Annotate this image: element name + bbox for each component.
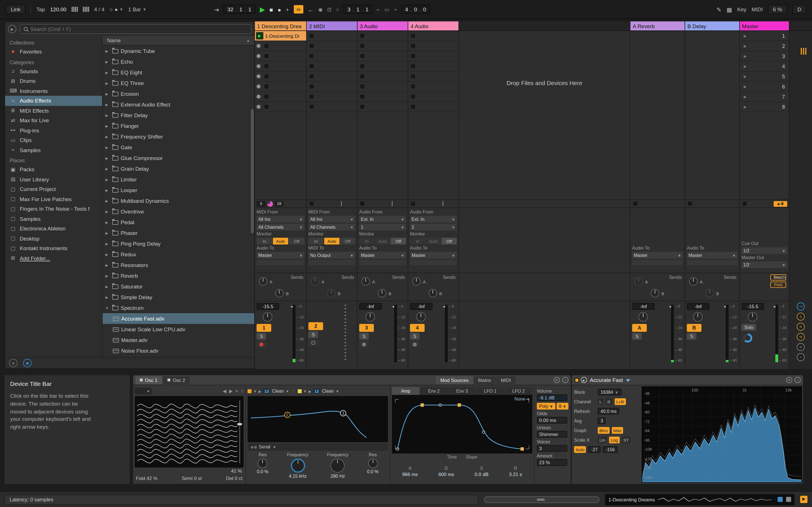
stop-icon[interactable] [360,202,364,206]
browser-list-item[interactable]: Flanger [103,121,254,131]
sidebar-item[interactable]: ⇄ Max for Live [5,115,102,125]
expand-caret-icon[interactable] [105,231,110,235]
session-record-button[interactable]: ∞ [294,5,303,13]
drop-zone[interactable]: Drop Files and Devices Here [459,21,630,369]
slot-stop-icon[interactable] [310,105,313,109]
bins-toggle[interactable]: Bins [598,427,609,434]
filter-2-type-select[interactable]: Clean [322,388,334,393]
expand-caret-icon[interactable] [105,210,110,214]
env-tab[interactable]: LFO 2 [505,387,532,395]
clip-slot[interactable]: ▶ [307,31,357,41]
sidebar-item[interactable]: ▢ Samples [5,214,102,224]
arm-button[interactable] [257,341,266,348]
scene-slot[interactable]: ▶ 6 [740,82,789,92]
input-type-select[interactable]: All Ins▼ [308,216,355,223]
expand-caret-icon[interactable] [105,284,110,288]
clip-slot[interactable]: ▶ [357,71,408,82]
browser-list-item[interactable]: Ping Pong Delay [103,238,254,249]
expand-caret-icon[interactable] [105,274,110,278]
sidebar-item[interactable]: ▣ Packs [5,165,102,174]
clip-slot[interactable]: ▶ [357,82,408,92]
solo-cue-button[interactable]: Solo [742,324,756,331]
clip-slot[interactable]: ▶ [408,71,458,82]
browser-list-item[interactable]: Master.adv [103,335,254,345]
pan-knob[interactable] [263,312,272,322]
slot-stop-icon[interactable] [411,84,415,89]
send-b-knob[interactable] [378,289,386,297]
monitor-switch[interactable]: InAutoOff [257,238,305,244]
clip-slot[interactable]: ▶ [307,82,357,92]
slot-stop-icon[interactable] [264,84,268,89]
save-preset-icon[interactable]: ▪ [795,377,801,383]
device-power-toggle[interactable] [574,377,580,383]
track-activator[interactable]: 4 [410,324,424,332]
zoom-scroll-control[interactable] [484,496,599,503]
sidebar-item[interactable]: ▢ Kontakt Instruments [5,243,102,253]
sidebar-item[interactable]: ▢ Desktop [5,233,102,243]
sidebar-item[interactable]: ▭ Clips [5,135,102,145]
send-b-knob[interactable] [428,289,437,297]
mixer-view-toggle[interactable]: I-O [797,302,805,311]
expand-caret-icon[interactable] [105,306,110,309]
arrangement-position-display[interactable]: 32.1.1 [223,4,255,14]
mixer-view-toggle[interactable]: × [797,353,805,361]
scene-slot[interactable]: ▶ 1 [740,31,789,41]
pan-knob[interactable] [365,312,375,322]
browser-list-item[interactable]: Resonators [103,260,254,270]
sidebar-item[interactable]: ⊷ Plug-ins [5,125,102,135]
link-button[interactable]: Link [6,4,26,14]
expand-caret-icon[interactable] [105,60,110,64]
send-b-knob[interactable] [327,289,336,297]
hot-swap-icon[interactable]: ⟳ [786,377,792,383]
re-enable-automation-button[interactable]: ⊡ [327,6,332,12]
arm-button[interactable] [410,341,419,348]
clip-slot[interactable]: ▶ 1-Descenting Dr [255,31,306,41]
send-b-knob[interactable] [651,289,659,297]
save-preset-icon[interactable]: ▪ [562,377,568,383]
tab-osc-1[interactable]: Osc 1 [135,376,162,384]
input-channel-select[interactable]: 1▼ [359,224,406,230]
expand-caret-icon[interactable] [105,199,110,203]
env-tab[interactable]: Amp [392,387,419,395]
tap-tempo-button[interactable]: Tap [36,6,45,12]
slot-stop-icon[interactable] [310,84,313,89]
monitor-switch[interactable]: InAutoOff [410,238,457,244]
expand-caret-icon[interactable] [105,135,110,138]
capture-midi-button[interactable]: ○ [336,6,339,12]
clip-slot[interactable]: ▶ [357,102,408,112]
preview-icon[interactable]: ▶ [581,377,587,383]
clip-slot[interactable]: ▶ [255,102,306,112]
slot-stop-icon[interactable] [411,34,415,38]
expand-caret-icon[interactable] [105,113,110,117]
mixer-view-toggle[interactable]: D [797,343,805,351]
clip-slot[interactable]: ▶ [307,61,357,71]
slot-stop-icon[interactable] [310,34,313,38]
slope-axis-label[interactable]: Slope [466,454,477,459]
stop-all-clips-button[interactable]: ▶ [774,201,787,207]
expand-caret-icon[interactable] [105,252,110,256]
clip-slot[interactable]: ▶ [307,92,357,102]
scene-slot[interactable]: ▶ 4 [740,61,789,71]
expand-caret-icon[interactable] [105,177,110,181]
filter-1-type-select[interactable]: Clean [272,388,284,393]
output-select[interactable]: Master▼ [632,252,683,259]
avg-value[interactable]: 3 [598,417,606,424]
freq-1-knob[interactable] [291,459,305,473]
input-type-select[interactable]: Ext. In▼ [359,216,406,223]
expand-caret-icon[interactable] [105,49,110,53]
slot-stop-icon[interactable] [360,95,364,99]
volume-display[interactable]: -Inf [359,303,382,310]
preview-toggle-icon[interactable]: ≋ [9,359,17,367]
slot-record-icon[interactable] [257,44,260,48]
detune-control[interactable]: Det 0 ct [226,475,243,481]
send-a-knob[interactable] [412,277,421,286]
slot-stop-icon[interactable] [411,74,415,78]
slot-record-icon[interactable] [257,95,260,99]
browser-list-item[interactable]: External Audio Effect [103,99,254,110]
browser-list-item[interactable]: Overdrive [103,206,254,217]
expand-caret-icon[interactable] [105,81,110,85]
clip-slot[interactable]: ▶ [307,41,357,51]
record-button[interactable]: ● [278,6,282,13]
master-out-select[interactable]: 1/2▼ [742,262,787,268]
slot-stop-icon[interactable] [310,54,313,58]
